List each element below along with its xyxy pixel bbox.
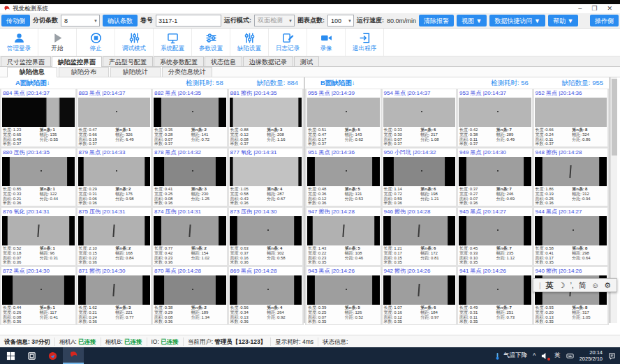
defect-cell-883[interactable]: 883 黑点 |20:14:37长度:0.47宽度:0.66面积:0.19米数:… — [77, 89, 152, 147]
taskbar-app-inspection-system[interactable] — [63, 347, 84, 364]
drive-side-button[interactable]: 传动侧 — [1, 15, 30, 26]
ime-language-indicator[interactable]: 英 — [554, 351, 561, 360]
defect-cell-871[interactable]: 871 擦伤 |20:14:30长度:1.62宽度:0.21面积:0.24米数:… — [77, 266, 152, 325]
gear-icon[interactable]: ⚙ — [604, 281, 611, 290]
defect-cell-941[interactable]: 941 黑点 |20:14:26长度:0.49宽度:0.31面积:0.11米数:… — [457, 266, 533, 325]
tab-6[interactable]: 测试 — [294, 56, 319, 66]
defect-stats: 长度:0.45宽度:0.33面积:0.10米数:0.35第n条:7幅距:235分… — [458, 245, 532, 265]
defect-cell-875[interactable]: 875 压伤 |20:14:31长度:2.10宽度:0.15面积:0.22米数:… — [77, 207, 152, 266]
defect-cell-878[interactable]: 878 黑点 |20:14:32长度:0.41宽度:0.25面积:0.08米数:… — [152, 148, 228, 206]
view-menu-button[interactable]: 视图 ▼ — [457, 15, 487, 26]
confirm-count-button[interactable]: 确认条数 — [103, 15, 138, 26]
title-bar: 视觉检测系统 – ❐ ✕ — [0, 4, 620, 13]
toolbar-button-monitor[interactable]: 系统配置 — [154, 29, 192, 56]
help-menu-button[interactable]: 帮助 ▼ — [548, 15, 578, 26]
defect-stats: 长度:0.33宽度:0.30面积:0.07米数:0.37第n条:6幅距:217分… — [383, 127, 457, 146]
defect-cell-header: 878 黑点 |20:14:32 — [153, 149, 227, 157]
operator-side-button[interactable]: 操作侧 — [590, 15, 619, 26]
defect-cell-870[interactable]: 870 黑点 |20:14:28长度:0.38宽度:0.29面积:0.08米数:… — [152, 266, 228, 325]
data-quick-access-menu-button[interactable]: 数据快捷访问 ▼ — [489, 15, 545, 26]
subtab-0[interactable]: 缺陷信息 — [7, 67, 57, 77]
defect-cell-877[interactable]: 877 氧化 |20:14:31长度:1.05宽度:0.58面积:0.43米数:… — [228, 148, 304, 206]
defect-cell-955[interactable]: 955 黑点 |20:14:39长度:0.51宽度:0.47面积:0.17米数:… — [306, 89, 381, 147]
scrollbar-thumb[interactable] — [612, 79, 617, 156]
subtab-2[interactable]: 缺陷统计 — [110, 67, 161, 77]
defect-cell-945[interactable]: 945 黑点 |20:14:27长度:0.45宽度:0.33面积:0.10米数:… — [457, 207, 533, 266]
defect-cell-954[interactable]: 954 黑点 |20:14:37长度:0.33宽度:0.30面积:0.07米数:… — [382, 89, 457, 147]
toolbar-button-camera[interactable]: 录像 — [307, 29, 346, 56]
tab-4[interactable]: 状态信息 — [205, 56, 242, 66]
start-button[interactable] — [0, 347, 21, 364]
defect-cell-874[interactable]: 874 压伤 |20:14:31长度:0.77宽度:0.42面积:0.23米数:… — [152, 207, 228, 266]
maximize-button[interactable]: ❐ — [591, 4, 597, 13]
defect-cell-943[interactable]: 943 黑点 |20:14:26长度:0.39宽度:0.25面积:0.07米数:… — [306, 266, 381, 325]
tab-3[interactable]: 系统参数配置 — [154, 56, 204, 66]
defect-cell-872[interactable]: 872 黑点 |20:14:30长度:0.44宽度:0.26面积:0.08米数:… — [1, 266, 76, 325]
slit-count-select[interactable]: 8▼ — [61, 15, 100, 26]
tab-5[interactable]: 边缘数据记录 — [243, 56, 293, 66]
panel-title: B面缺陷图↓ — [320, 79, 355, 88]
tab-2[interactable]: 产品型号配置 — [103, 56, 153, 66]
tray-expand-button[interactable]: ^ — [533, 352, 536, 359]
settings-toolbar: 传动侧 分切条数 8▼ 确认条数 卷号 运行模式: 双面检测▼ 图表点数: 10… — [0, 13, 620, 29]
defect-cell-944[interactable]: 944 黑点 |20:14:27长度:0.58宽度:0.41面积:0.17米数:… — [533, 207, 609, 266]
defect-cell-953[interactable]: 953 黑点 |20:14:37长度:0.42宽度:0.38面积:0.11米数:… — [457, 89, 533, 147]
defect-cell-940[interactable]: 940 擦伤 |20:14:26长度:0.93宽度:0.20面积:0.13米数:… — [533, 266, 609, 325]
defect-cell-879[interactable]: 879 黑点 |20:14:33长度:0.29宽度:0.31面积:0.06米数:… — [77, 148, 152, 206]
defect-cell-header: 877 氧化 |20:14:31 — [229, 149, 303, 157]
ime-language-toggle[interactable]: 英 — [546, 280, 554, 291]
defect-cell-947[interactable]: 947 擦伤 |20:14:28长度:1.43宽度:0.22面积:0.23米数:… — [306, 207, 381, 266]
defect-cell-949[interactable]: 949 黑点 |20:14:30长度:0.37宽度:0.27面积:0.07米数:… — [457, 148, 533, 206]
keyboard-icon[interactable] — [566, 352, 574, 360]
subtab-3[interactable]: 分类信息统计 — [162, 67, 212, 77]
defect-image — [230, 157, 302, 187]
volume-icon[interactable] — [541, 352, 549, 360]
emoji-icon[interactable]: ☺ — [591, 281, 599, 289]
toolbar-button-log[interactable]: 日志记录 — [269, 29, 307, 56]
tab-1[interactable]: 缺陷监控界面 — [52, 56, 102, 67]
punctuation-toggle[interactable]: ’, — [570, 281, 574, 289]
toolbar-button-play[interactable]: 开始 — [38, 29, 77, 56]
defect-cell-880[interactable]: 880 压伤 |20:14:35长度:0.85宽度:0.33面积:0.21米数:… — [1, 148, 76, 206]
clear-alarm-button[interactable]: 清除报警 — [419, 15, 454, 26]
defect-cell-869[interactable]: 869 黑点 |20:14:28长度:0.56宽度:0.34面积:0.13米数:… — [228, 266, 304, 325]
chart-points-select[interactable]: 100▼ — [327, 15, 354, 26]
defect-stats: 长度:1.05宽度:0.58面积:0.43米数:0.36第n条:4幅距:287分… — [229, 186, 303, 206]
weather-widget[interactable]: 气温下降 — [494, 351, 527, 360]
toolbar-button-params[interactable]: 参数设置 — [192, 29, 230, 56]
defect-cell-873[interactable]: 873 压伤 |20:14:30长度:0.63宽度:0.37面积:0.16米数:… — [228, 207, 304, 266]
toolbar-button-exit[interactable]: 退出程序 — [346, 29, 384, 56]
subtab-1[interactable]: 缺陷分布 — [59, 67, 109, 77]
defect-cell-951[interactable]: 951 黑点 |20:14:36长度:0.48宽度:0.36面积:0.12米数:… — [306, 148, 381, 206]
run-mode-select[interactable]: 双面检测▼ — [254, 15, 295, 26]
defect-cell-942[interactable]: 942 擦伤 |20:14:26长度:1.07宽度:0.16面积:0.12米数:… — [382, 266, 457, 325]
defect-cell-header: 949 黑点 |20:14:30 — [458, 149, 532, 157]
roll-number-input[interactable] — [156, 15, 221, 26]
moon-icon[interactable]: ☽ — [559, 281, 566, 290]
task-view-button[interactable] — [21, 347, 42, 364]
toolbar-button-user[interactable]: 管理登录 — [0, 29, 38, 56]
minimize-button[interactable]: – — [578, 4, 582, 13]
close-button[interactable]: ✕ — [607, 4, 612, 13]
toolbar-button-defect[interactable]: 缺陷设置 — [230, 29, 269, 56]
defect-cell-946[interactable]: 946 擦伤 |20:14:28长度:1.21宽度:0.17面积:0.15米数:… — [382, 207, 457, 266]
defect-cell-948[interactable]: 948 擦伤 |20:14:28长度:1.86宽度:0.19面积:0.25米数:… — [533, 148, 609, 206]
notification-center-icon[interactable] — [608, 352, 616, 360]
defect-cell-876[interactable]: 876 氧化 |20:14:31长度:0.52宽度:0.18面积:0.07米数:… — [1, 207, 76, 266]
taskbar-app-red-browser[interactable] — [42, 347, 63, 364]
defect-image — [230, 98, 302, 128]
clock-widget[interactable]: 20:14 2025/2/10 — [580, 349, 603, 363]
camera-a-label: 相机A: — [59, 338, 77, 345]
toolbar-button-debug[interactable]: 调试模式 — [115, 29, 154, 56]
defect-cell-881[interactable]: 881 擦伤 |20:14:35长度:0.88宽度:0.12面积:0.08米数:… — [228, 89, 304, 147]
defect-cell-header: 955 黑点 |20:14:39 — [307, 89, 381, 98]
toolbar-button-stop[interactable]: 停止 — [77, 29, 115, 56]
defect-cell-884[interactable]: 884 黑点 |20:14:37长度:1.23宽度:0.65面积:0.49米数:… — [1, 89, 76, 147]
defect-cell-952[interactable]: 952 黑点 |20:14:36长度:0.66宽度:0.24面积:0.11米数:… — [533, 89, 609, 147]
defect-cell-950[interactable]: 950 小凹坑 |20:14:32长度:1.14宽度:0.72面积:0.59米数… — [382, 148, 457, 206]
ime-drag-handle[interactable]: | — [539, 282, 541, 289]
tab-0[interactable]: 尺寸监控界面 — [1, 56, 51, 66]
simplified-chinese-toggle[interactable]: 简 — [579, 280, 586, 291]
defect-cell-882[interactable]: 882 黑点 |20:14:35长度:0.35宽度:0.28面积:0.07米数:… — [152, 89, 228, 147]
defect-image — [154, 157, 226, 187]
